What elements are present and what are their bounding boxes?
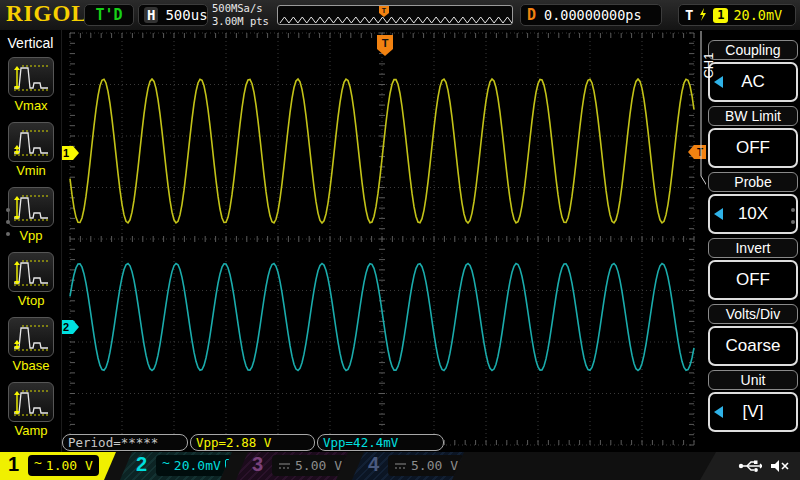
channel-scale-readout: 5.00 V [388,455,464,476]
measurement-readout-row: Period=*****Vpp=2.88 VVpp=42.4mV [0,434,800,452]
menu-item-invert: InvertOFF [708,238,798,302]
menu-item-value-button[interactable]: Coarse [708,326,798,366]
channel-scale-value: 5.00 V [295,458,342,473]
measure-item-label: Vbase [0,358,62,373]
menu-item-label: Probe [708,172,798,192]
trigger-edge-icon [698,8,708,22]
acquisition-info: 500MSa/s 3.00M pts [212,2,269,28]
delay-value: 0.00000000ps [544,7,642,23]
page-dot [6,208,10,212]
left-arrow-icon [714,406,723,418]
measure-menu-title: Vertical [0,35,61,51]
channel-4-badge[interactable]: 45.00 V [352,452,464,480]
menu-item-value-button[interactable]: OFF [708,128,798,168]
measure-item-vmin[interactable]: Vmin [0,122,62,186]
channel-scale-value: 1.00 V [46,458,93,473]
svg-text:T: T [382,7,387,14]
horizontal-label: H [144,7,158,23]
page-dot [791,220,795,224]
measure-item-label: Vtop [0,293,62,308]
channel-scale-value: 5.00 V [411,458,458,473]
trigger-level-marker[interactable]: T [688,145,708,159]
menu-item-unit: Unit[V] [708,370,798,434]
measurement-readout[interactable]: Vpp=42.4mV [317,434,444,451]
vbase-button[interactable] [8,317,54,357]
svg-text:T: T [382,37,389,49]
menu-item-volts-div: Volts/DivCoarse [708,304,798,368]
measurement-readout[interactable]: Period=***** [62,434,188,451]
menu-item-value-button[interactable]: AC [708,62,798,102]
measure-item-vamp[interactable]: Vamp [0,382,62,446]
vmax-button[interactable] [8,57,54,97]
menu-item-label: BW Limit [708,106,798,126]
trigger-source-badge: 1 [713,8,728,23]
menu-item-bw-limit: BW LimitOFF [708,106,798,170]
channel-menu-sidebar: CouplingACBW LimitOFFProbe10XInvertOFFVo… [706,30,800,452]
channel-1-badge[interactable]: 1~1.00 V [0,452,116,480]
menu-item-value: AC [741,72,765,92]
sample-rate: 500MSa/s [212,2,269,15]
vmin-icon [12,126,50,158]
menu-item-value: OFF [736,270,770,290]
channel-status-bar: 1~1.00 V2~20.0mVB35.00 V45.00 V [0,452,800,480]
vtop-button[interactable] [8,252,54,292]
trigger-level-value: 20.0mV [733,7,782,23]
menu-item-value: OFF [736,138,770,158]
trigger-status-badge[interactable]: T'D [84,4,134,26]
measurement-readout[interactable]: Vpp=2.88 V [190,434,315,451]
measure-item-vtop[interactable]: Vtop [0,252,62,316]
trigger-status-text: T'D [95,6,122,24]
vbase-icon [12,321,50,353]
trigger-delay-badge[interactable]: D 0.00000000ps [520,4,662,26]
vamp-button[interactable] [8,382,54,422]
measure-item-label: Vmax [0,98,62,113]
ch1-waveform [70,79,694,223]
menu-item-value: 10X [738,204,768,224]
trigger-position-marker[interactable]: T [377,35,393,56]
measure-item-vbase[interactable]: Vbase [0,317,62,381]
menu-item-coupling: CouplingAC [708,40,798,104]
dc-coupling-icon [394,461,407,471]
channel-number: 3 [252,453,263,476]
speaker-muted-icon [770,458,790,474]
preview-trigger-marker: T [379,6,389,17]
svg-text:2: 2 [63,321,69,333]
vmin-button[interactable] [8,122,54,162]
menu-item-value: [V] [743,402,764,422]
svg-text:1: 1 [63,147,69,159]
menu-item-value-button[interactable]: [V] [708,392,798,432]
page-dot [6,220,10,224]
channel-scale-readout: ~1.00 V [28,455,99,476]
menu-item-label: Coupling [708,40,798,60]
svg-text:T: T [697,147,703,158]
menu-item-probe: Probe10X [708,172,798,236]
channel-number: 4 [368,453,379,476]
measure-item-vmax[interactable]: Vmax [0,57,62,121]
waveform-preview-strip[interactable]: T [277,5,513,25]
oscilloscope-screen: 12TT RIGOL T'D H 500us 500MSa/s 3.00M pt… [0,0,800,480]
vamp-icon [12,386,50,418]
channel-2-badge[interactable]: 2~20.0mVB [120,452,232,480]
menu-item-value-button[interactable]: 10X [708,194,798,234]
dc-coupling-icon [278,461,291,471]
vpp-button[interactable] [8,187,54,227]
channel-3-badge[interactable]: 35.00 V [236,452,348,480]
measure-item-label: Vmin [0,163,62,178]
left-arrow-icon [714,208,723,220]
page-dot [791,208,795,212]
memory-depth: 3.00M pts [212,15,269,28]
horizontal-timebase-badge[interactable]: H 500us [138,4,208,26]
preview-waveform: T [278,6,512,24]
brand-logo: RIGOL [6,1,88,27]
trigger-label: T [685,7,693,23]
ac-coupling-icon: ~ [34,458,42,468]
delay-label: D [527,6,536,24]
channel-number: 1 [8,453,19,476]
channel-scale-readout: 5.00 V [272,455,348,476]
ch2-waveform [70,264,694,371]
menu-item-value-button[interactable]: OFF [708,260,798,300]
trigger-settings-badge[interactable]: T 1 20.0mV [678,4,796,26]
ac-coupling-icon: ~ [162,458,170,468]
vpp-icon [12,191,50,223]
timebase-value: 500us [165,7,207,23]
